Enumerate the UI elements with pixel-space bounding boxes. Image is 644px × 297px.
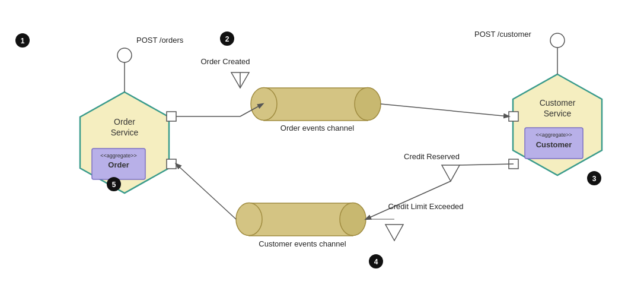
order-created-label: Order Created (200, 57, 250, 66)
customer-events-channel-label: Customer events channel (259, 239, 346, 248)
customer-aggregate-label: <<aggregate>> (535, 132, 572, 138)
customer-events-channel-body (249, 203, 353, 236)
customer-service-label: Customer (540, 98, 576, 108)
customer-service-left-connector-top (509, 112, 518, 121)
badge-4-text: 4 (374, 258, 378, 266)
badge-2-text: 2 (225, 35, 229, 43)
customer-service-label2: Service (544, 109, 572, 118)
credit-reserved-label: Credit Reserved (404, 152, 460, 161)
arrow-customer-channel-to-order (176, 164, 236, 219)
badge-3-text: 3 (592, 175, 597, 183)
customer-service-hexagon (513, 74, 602, 175)
order-service-label2: Service (111, 128, 139, 137)
order-service-right-connector-bottom (167, 159, 176, 169)
order-channel-right-cap (355, 88, 381, 121)
post-customer-text: POST /customer (474, 30, 532, 39)
post-orders-text: POST /orders (136, 36, 184, 45)
customer-channel-left-cap (236, 203, 262, 236)
order-service-label: Order (114, 117, 135, 127)
credit-limit-exceeded-triangle (385, 225, 403, 241)
customer-aggregate-name: Customer (536, 140, 572, 149)
order-events-channel-body (264, 88, 368, 121)
order-service-right-connector-top (167, 112, 176, 121)
arrow-customer-to-credit-triangle (460, 164, 514, 165)
diagram-canvas: Order Service <<aggregate>> Order Custom… (0, 0, 644, 297)
post-orders-circle (117, 48, 132, 62)
arrow-credit-to-customer-channel (366, 181, 451, 219)
order-aggregate-label: <<aggregate>> (100, 153, 137, 159)
credit-reserved-triangle (442, 165, 460, 181)
post-customer-circle (550, 33, 565, 48)
order-aggregate-name: Order (108, 160, 129, 169)
architecture-diagram: Order Service <<aggregate>> Order Custom… (0, 0, 644, 297)
badge-5-text: 5 (112, 181, 116, 189)
order-events-channel-label: Order events channel (280, 124, 354, 132)
credit-limit-exceeded-label1: Credit Limit Exceeded (388, 202, 463, 211)
order-channel-left-cap (251, 88, 277, 121)
badge-1-text: 1 (21, 37, 25, 45)
customer-channel-right-cap (340, 203, 366, 236)
arrow-order-channel-to-customer (381, 104, 509, 116)
